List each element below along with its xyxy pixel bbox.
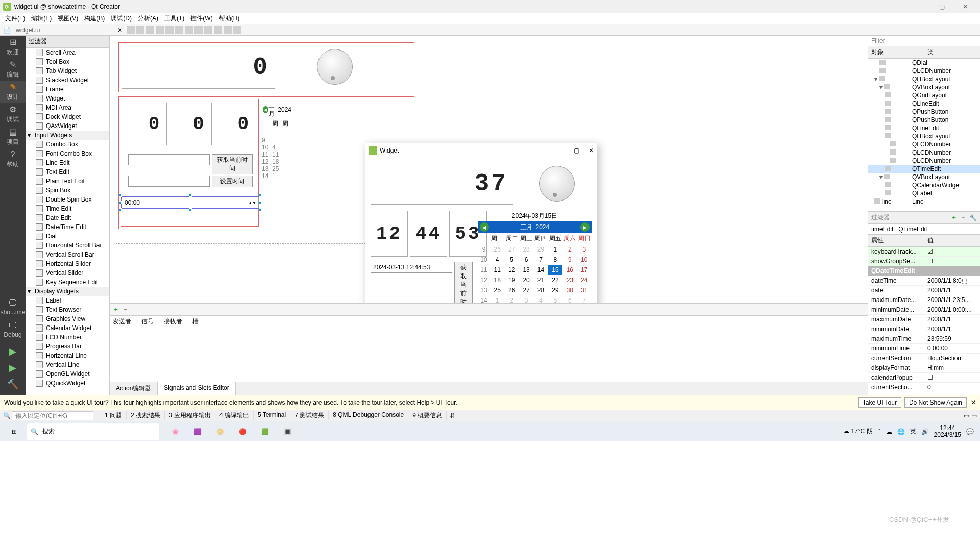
close-icon[interactable]: ✕ bbox=[971, 399, 976, 406]
time-edit[interactable]: 00:00▲▼ bbox=[122, 197, 259, 208]
minimize-button[interactable]: — bbox=[906, 0, 930, 13]
mode-欢迎[interactable]: ⊞欢迎 bbox=[0, 36, 26, 58]
toolbar-icon[interactable] bbox=[204, 26, 212, 34]
widget-item[interactable]: Calendar Widget bbox=[26, 323, 109, 333]
kit-selector[interactable]: 🖵sho...ime bbox=[0, 296, 26, 318]
widget-item[interactable]: Horizontal Line bbox=[26, 351, 109, 360]
toolbar-icon[interactable] bbox=[175, 26, 183, 34]
widget-item[interactable]: Stacked Widget bbox=[26, 76, 109, 85]
notifications-icon[interactable]: 💬 bbox=[966, 428, 974, 435]
menu-item[interactable]: 编辑(E) bbox=[28, 14, 55, 23]
panel-toggle-icon[interactable]: ▭ bbox=[971, 412, 977, 419]
widget-item[interactable]: Spin Box bbox=[26, 186, 109, 195]
object-tree-row[interactable]: QLineEdit bbox=[868, 99, 980, 108]
run-button[interactable]: ▶ bbox=[9, 362, 16, 373]
object-tree-row[interactable]: QLabel bbox=[868, 189, 980, 197]
property-row[interactable]: maximumDate...2000/1/1 23:5... bbox=[868, 295, 980, 305]
menu-item[interactable]: 控件(W) bbox=[187, 14, 215, 23]
property-row[interactable]: minimumDate...2000/1/1 0:00:... bbox=[868, 305, 980, 315]
rt-dial[interactable] bbox=[539, 166, 575, 202]
property-row[interactable]: maximumTime23:59:59 bbox=[868, 334, 980, 344]
menu-item[interactable]: 工具(T) bbox=[161, 14, 187, 23]
calendar-day[interactable]: 1 bbox=[548, 244, 562, 255]
volume-icon[interactable]: 🔊 bbox=[921, 428, 929, 435]
property-row[interactable]: calendarPopup☐ bbox=[868, 373, 980, 383]
mode-帮助[interactable]: ?帮助 bbox=[0, 148, 26, 170]
widget-item[interactable]: Date Edit bbox=[26, 213, 109, 222]
widget-item[interactable]: Tab Widget bbox=[26, 66, 109, 76]
widget-item[interactable]: LCD Number bbox=[26, 333, 109, 342]
calendar-day[interactable]: 28 bbox=[519, 244, 533, 255]
mode-项目[interactable]: ▤项目 bbox=[0, 126, 26, 148]
widget-item[interactable]: Widget bbox=[26, 94, 109, 103]
object-tree-row[interactable]: QGridLayout bbox=[868, 91, 980, 99]
property-row[interactable]: currentSectio...0 bbox=[868, 383, 980, 392]
toolbar-icon[interactable] bbox=[185, 26, 193, 34]
property-row[interactable]: QDateTimeEdit bbox=[868, 266, 980, 276]
dial-widget[interactable] bbox=[317, 49, 353, 85]
widget-category[interactable]: Display Widgets bbox=[26, 287, 109, 296]
clock[interactable]: 12:442024/3/15 bbox=[934, 425, 961, 438]
mode-设计[interactable]: ✎设计 bbox=[0, 81, 26, 103]
calendar-day[interactable]: 2 bbox=[562, 244, 577, 255]
file-name[interactable]: widget.ui bbox=[12, 27, 44, 34]
object-tree-row[interactable]: QPushButton bbox=[868, 108, 980, 116]
object-tree-row[interactable]: QLCDNumber bbox=[868, 140, 980, 148]
widget-item[interactable]: Time Edit bbox=[26, 204, 109, 213]
calendar-day[interactable]: 1 bbox=[490, 295, 504, 303]
calendar-day[interactable]: 6 bbox=[562, 295, 577, 303]
calendar-day[interactable]: 24 bbox=[577, 275, 592, 285]
chevron-icon[interactable]: ⇵ bbox=[450, 412, 455, 419]
cal-prev-icon[interactable]: ◀ bbox=[263, 106, 268, 113]
menu-item[interactable]: 分析(A) bbox=[135, 14, 161, 23]
widget-item[interactable]: Tool Box bbox=[26, 57, 109, 66]
calendar-day[interactable]: 20 bbox=[519, 275, 533, 285]
property-row[interactable]: keyboardTrack...☑ bbox=[868, 247, 980, 257]
calendar-widget[interactable]: ◀ 三月 2024 ▶ 周一周二周三周四周五周六周日92627282912310… bbox=[478, 221, 592, 303]
onedrive-icon[interactable]: ☁ bbox=[886, 428, 892, 435]
minimize-button[interactable]: — bbox=[558, 147, 565, 154]
debug-selector[interactable]: 🖵Debug bbox=[0, 318, 26, 341]
remove-icon[interactable]: － bbox=[960, 213, 966, 222]
widget-item[interactable]: Vertical Slider bbox=[26, 268, 109, 278]
calendar-day[interactable]: 4 bbox=[490, 255, 504, 265]
calendar-day[interactable]: 21 bbox=[533, 275, 548, 285]
calendar-day[interactable]: 7 bbox=[533, 255, 548, 265]
start-button[interactable]: ⊞ bbox=[2, 421, 27, 442]
widget-item[interactable]: Line Edit bbox=[26, 158, 109, 167]
property-row[interactable]: dateTime2000/1/1 8:0⬚ bbox=[868, 276, 980, 286]
widget-item[interactable]: Graphics View bbox=[26, 314, 109, 323]
property-row[interactable]: date2000/1/1 bbox=[868, 286, 980, 295]
object-tree-row[interactable]: QHBoxLayout bbox=[868, 132, 980, 140]
widget-item[interactable]: Horizontal Slider bbox=[26, 259, 109, 268]
calendar-day[interactable]: 26 bbox=[504, 285, 519, 295]
widget-item[interactable]: Plain Text Edit bbox=[26, 177, 109, 186]
cal-next-icon[interactable]: ▶ bbox=[580, 222, 590, 232]
chevron-up-icon[interactable]: ˄ bbox=[878, 428, 881, 435]
output-tab[interactable]: 5 Terminal bbox=[254, 411, 290, 420]
object-tree-row[interactable]: ▾ QHBoxLayout bbox=[868, 75, 980, 83]
menu-item[interactable]: 文件(F) bbox=[2, 14, 28, 23]
widget-item[interactable]: Font Combo Box bbox=[26, 149, 109, 158]
toolbar-icon[interactable] bbox=[156, 26, 164, 34]
object-tree-row[interactable]: QPushButton bbox=[868, 116, 980, 124]
toolbar-icon[interactable] bbox=[146, 26, 154, 34]
widgetbox-filter[interactable]: 过滤器 bbox=[26, 36, 109, 48]
widget-item[interactable]: Horizontal Scroll Bar bbox=[26, 241, 109, 250]
calendar-day[interactable]: 30 bbox=[562, 285, 577, 295]
calendar-day[interactable]: 29 bbox=[533, 244, 548, 255]
add-icon[interactable]: ＋ bbox=[113, 305, 119, 314]
menu-item[interactable]: 调试(D) bbox=[108, 14, 135, 23]
calendar-day[interactable]: 26 bbox=[490, 244, 504, 255]
object-tree-row[interactable]: QLCDNumber bbox=[868, 157, 980, 165]
output-tab[interactable]: 8 QML Debugger Console bbox=[329, 411, 408, 420]
object-tree-row[interactable]: QTimeEdit bbox=[868, 165, 980, 173]
object-tree-row[interactable]: QLCDNumber bbox=[868, 67, 980, 75]
calendar-day[interactable]: 10 bbox=[577, 255, 592, 265]
calendar-day[interactable]: 16 bbox=[562, 265, 577, 275]
calendar-day[interactable]: 17 bbox=[577, 265, 592, 275]
widget-item[interactable]: Progress Bar bbox=[26, 342, 109, 351]
calendar-day[interactable]: 25 bbox=[490, 285, 504, 295]
calendar-day[interactable]: 15 bbox=[548, 265, 562, 275]
weather-widget[interactable]: ☁ 17°C 阴 bbox=[843, 427, 873, 436]
